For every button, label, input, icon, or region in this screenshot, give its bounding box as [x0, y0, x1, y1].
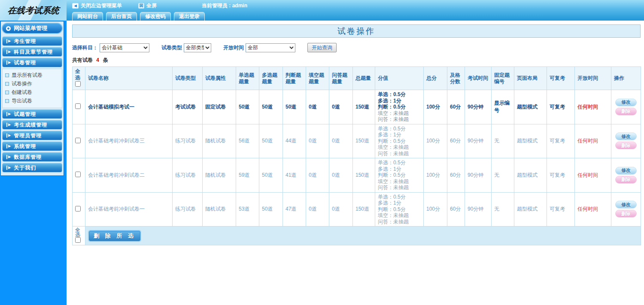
operation-cell: 修改 删除 — [611, 158, 641, 193]
total-question-count: 150道 — [353, 192, 375, 226]
play-icon: ▶ — [6, 155, 11, 159]
score-line-multi: 多选：1分 — [378, 200, 421, 206]
paper-type: 练习试卷 — [173, 192, 203, 226]
retake-allowed: 可复考 — [547, 124, 575, 158]
delete-selected-button[interactable]: 删 除 所 选 — [89, 231, 140, 241]
square-bullet-icon — [5, 99, 9, 103]
search-button[interactable]: 开始查询 — [307, 43, 337, 52]
tab-logout[interactable]: 退出登录 — [174, 12, 205, 21]
submenu-show-all-papers[interactable]: 显示所有试卷 — [5, 71, 62, 79]
single-question-count: 50道 — [236, 90, 259, 124]
page-layout: 题型模式 — [514, 192, 547, 226]
table-row: 会计基础考前冲刺试卷一 练习试卷 随机试卷 53道 50道 47道 0道 0道 … — [73, 192, 641, 226]
paper-type: 考试试卷 — [173, 90, 203, 124]
play-icon: ▶ — [6, 112, 11, 116]
sidebar-item-admin-mgmt[interactable]: ▶ 管理员管理 — [2, 131, 62, 140]
row-checkbox[interactable] — [75, 138, 81, 143]
submenu-paper-operation[interactable]: 试卷操作 — [5, 79, 62, 88]
fullscreen-icon: 回 — [138, 3, 144, 9]
top-tabs: 网站前台 后台首页 修改密码 退出登录 — [67, 12, 644, 21]
select-all-checkbox[interactable] — [75, 81, 81, 87]
paper-type-select[interactable]: 全部类型 — [184, 43, 211, 52]
subject-select[interactable]: 会计基础 — [100, 43, 149, 52]
delete-button[interactable]: 删除 — [615, 176, 637, 184]
sidebar-header[interactable]: 网站菜单管理 — [2, 23, 63, 34]
row-checkbox[interactable] — [75, 206, 81, 211]
sidebar-item-examinee-mgmt[interactable]: ▶ 考生管理 — [2, 36, 62, 46]
single-question-count: 56道 — [236, 124, 259, 158]
col-paper-type: 试卷类型 — [173, 67, 203, 90]
edit-button[interactable]: 修改 — [615, 167, 637, 175]
score-line-judge: 判断：0.5分 — [378, 104, 421, 110]
exam-time: 90分钟 — [465, 192, 492, 226]
score-line-blank: 填空：未抽题 — [378, 178, 421, 185]
qa-question-count: 0道 — [329, 192, 353, 226]
sidebar-item-subject-chapter-mgmt[interactable]: ▶ 科目及章节管理 — [2, 47, 62, 57]
sidebar-item-question-mgmt[interactable]: ▶ 试题管理 — [2, 109, 62, 119]
delete-button[interactable]: 删除 — [615, 108, 637, 115]
single-question-count: 53道 — [236, 192, 259, 226]
paper-attr: 随机试卷 — [203, 124, 236, 158]
submenu-create-paper[interactable]: 创建试卷 — [5, 88, 62, 97]
top-bar: 在线考试系统 ◀ 关闭左边管理菜单 回 全屏 当前管理员 : admin 网站前… — [0, 0, 644, 21]
col-paper-attr: 试卷属性 — [203, 67, 236, 90]
judge-question-count: 41道 — [283, 158, 306, 193]
edit-button[interactable]: 修改 — [615, 201, 637, 208]
score-detail: 单选：0.5分 多选：1分 判断：0.5分 填空：未抽题 问答：未抽题 — [375, 90, 424, 124]
operation-cell: 修改 删除 — [611, 124, 641, 158]
score-detail: 单选：0.5分 多选：1分 判断：0.5分 填空：未抽题 问答：未抽题 — [375, 192, 424, 226]
footer-select-all-checkbox[interactable] — [75, 237, 81, 243]
paper-type: 练习试卷 — [173, 124, 203, 158]
score-line-single: 单选：0.5分 — [378, 91, 421, 98]
square-bullet-icon — [5, 73, 9, 77]
edit-button[interactable]: 修改 — [615, 133, 637, 140]
fullscreen-link[interactable]: 回 全屏 — [138, 2, 157, 9]
tab-backend-home[interactable]: 后台首页 — [106, 12, 137, 21]
edit-button[interactable]: 修改 — [615, 99, 637, 106]
table-row: 会计基础考前冲刺试卷三 练习试卷 随机试卷 56道 50道 44道 0道 0道 … — [73, 124, 641, 158]
blank-question-count: 0道 — [306, 158, 329, 193]
sidebar-item-about-us[interactable]: ▶ 关于我们 — [2, 163, 62, 172]
paper-name: 会计基础考前冲刺试卷三 — [85, 124, 173, 158]
multi-question-count: 50道 — [259, 158, 283, 193]
close-left-menu-label: 关闭左边管理菜单 — [81, 2, 122, 9]
select-all-header: 全选 — [73, 67, 85, 90]
app-window: 在线考试系统 ◀ 关闭左边管理菜单 回 全屏 当前管理员 : admin 网站前… — [0, 0, 644, 305]
score-line-multi: 多选：1分 — [378, 98, 421, 104]
delete-button[interactable]: 删除 — [615, 142, 637, 149]
papers-tbody: 会计基础模拟考试一 考试试卷 固定试卷 50道 50道 50道 0道 0道 15… — [73, 90, 641, 226]
footer-actions-cell: 删 除 所 选 — [85, 226, 641, 245]
tab-site-front[interactable]: 网站前台 — [72, 12, 103, 21]
total-question-count: 150道 — [353, 124, 375, 158]
submenu-export-paper[interactable]: 导出试卷 — [5, 97, 62, 105]
multi-question-count: 50道 — [259, 124, 283, 158]
fixed-number: 无 — [492, 124, 514, 158]
tab-change-password[interactable]: 修改密码 — [140, 12, 171, 21]
page-title-bar: 试卷操作 — [72, 24, 641, 38]
score-line-qa: 问答：未抽题 — [378, 184, 421, 191]
pass-score: 60分 — [447, 192, 465, 226]
row-checkbox[interactable] — [75, 103, 81, 109]
single-question-count: 59道 — [236, 158, 259, 193]
sidebar-item-system-mgmt[interactable]: ▶ 系统管理 — [2, 142, 62, 151]
multi-question-count: 50道 — [259, 90, 283, 124]
play-icon: ▶ — [6, 166, 11, 170]
page-layout: 题型模式 — [514, 90, 547, 124]
delete-button[interactable]: 删除 — [615, 210, 637, 217]
score-line-judge: 判断：0.5分 — [378, 138, 421, 145]
open-time-select[interactable]: 全部 — [246, 43, 295, 52]
close-left-menu-link[interactable]: ◀ 关闭左边管理菜单 — [72, 2, 122, 9]
score-line-qa: 问答：未抽题 — [378, 116, 421, 123]
operation-cell: 修改 删除 — [611, 90, 641, 124]
sidebar-item-database-mgmt[interactable]: ▶ 数据库管理 — [2, 152, 62, 162]
blank-question-count: 0道 — [306, 192, 329, 226]
judge-question-count: 50道 — [283, 90, 306, 124]
score-line-blank: 填空：未抽题 — [378, 212, 421, 219]
app-logo-text: 在线考试系统 — [7, 5, 60, 16]
sidebar-item-paper-mgmt[interactable]: ▶ 试卷管理 — [2, 58, 62, 67]
sidebar-item-score-mgmt[interactable]: ▶ 考生成绩管理 — [2, 120, 62, 130]
row-checkbox-cell — [73, 158, 85, 193]
score-detail: 单选：0.5分 多选：1分 判断：0.5分 填空：未抽题 问答：未抽题 — [375, 158, 424, 193]
open-time: 任何时间 — [575, 158, 611, 193]
row-checkbox[interactable] — [75, 172, 81, 177]
